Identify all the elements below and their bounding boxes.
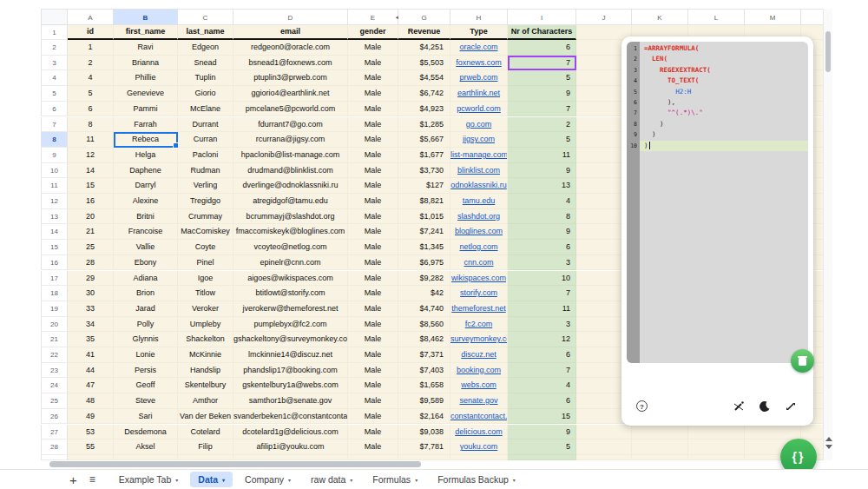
cell[interactable]: McElane [178, 102, 233, 117]
cell[interactable]: 7 [508, 102, 576, 117]
header-cell-gender[interactable]: gender [348, 25, 398, 40]
cell[interactable]: 6 [508, 40, 576, 56]
cell[interactable]: $42 [398, 286, 450, 301]
row-header-17[interactable]: 17 [41, 271, 68, 287]
sheet-tab-data[interactable]: Data▾ [190, 472, 233, 487]
formula-line-9[interactable]: ) [640, 129, 808, 140]
row-header-18[interactable]: 18 [41, 286, 68, 301]
cell[interactable]: gskentelbury1a@webs.com [233, 378, 348, 393]
cell[interactable]: Lonie [114, 347, 178, 363]
cell[interactable]: blinklist.com [450, 163, 508, 179]
row-header-11[interactable]: 11 [41, 178, 68, 194]
row-header-22[interactable]: 22 [41, 347, 68, 363]
cell[interactable]: ptuplin3@prweb.com [233, 70, 348, 86]
cell[interactable]: Male [348, 56, 398, 71]
cell[interactable]: delicious.com [450, 425, 508, 440]
cell[interactable]: 15 [508, 409, 576, 425]
cell[interactable]: $7,781 [398, 439, 450, 455]
cell[interactable]: 28 [68, 255, 114, 271]
cell[interactable]: 7 [508, 363, 576, 379]
cell[interactable]: Male [348, 178, 398, 194]
all-sheets-menu-icon[interactable]: ≡ [89, 473, 95, 486]
cell[interactable]: 44 [68, 363, 114, 379]
cell[interactable]: Umpleby [178, 317, 233, 333]
cell[interactable]: go.com [450, 117, 508, 133]
cell[interactable]: Shackelton [178, 332, 233, 347]
cell[interactable]: Glynnis [114, 332, 178, 347]
empty-cell[interactable] [632, 439, 688, 455]
cell[interactable]: fmaccomiskeyk@bloglines.com [233, 224, 348, 240]
cell[interactable]: MacComiskey [178, 224, 233, 240]
cell[interactable]: $1,658 [398, 378, 450, 393]
cell[interactable]: dcotelard1g@delicious.com [233, 425, 348, 440]
cell[interactable]: Giorio [178, 86, 233, 102]
cell[interactable]: Edgeon [178, 40, 233, 56]
cell[interactable]: booking.com [450, 363, 508, 379]
cell[interactable]: 53 [68, 425, 114, 440]
empty-cell[interactable] [576, 439, 632, 455]
cell[interactable]: 25 [68, 240, 114, 255]
cell[interactable]: 6 [508, 393, 576, 409]
cell[interactable]: 1 [68, 40, 114, 56]
cell[interactable]: bcrummayj@slashdot.org [233, 209, 348, 225]
header-cell-last_name[interactable]: last_name [178, 25, 233, 40]
expand-icon[interactable] [785, 400, 797, 413]
cell[interactable]: $4,251 [398, 40, 450, 56]
column-header-I[interactable]: I [508, 9, 576, 25]
row-header-23[interactable]: 23 [41, 363, 68, 379]
row-header-28[interactable]: 28 [41, 439, 68, 455]
empty-cell[interactable] [576, 425, 632, 440]
row-header-16[interactable]: 16 [41, 255, 68, 271]
cell[interactable]: 41 [68, 347, 114, 363]
cell[interactable]: Skentelbury [178, 378, 233, 393]
column-header-G[interactable]: G [398, 9, 450, 25]
cell[interactable]: Verling [178, 178, 233, 194]
cell[interactable]: $1,345 [398, 240, 450, 255]
cell[interactable]: Male [348, 425, 398, 440]
cell[interactable]: Igoe [178, 271, 233, 287]
cell[interactable]: Male [348, 271, 398, 287]
row-header-2[interactable]: 2 [41, 40, 68, 56]
row-header-7[interactable]: 7 [41, 117, 68, 133]
cell[interactable]: hpaclonib@list-manage.com [233, 148, 348, 163]
column-header-partial[interactable] [801, 9, 824, 25]
cell[interactable]: lmckinnie14@discuz.net [233, 347, 348, 363]
cell[interactable]: 21 [68, 224, 114, 240]
cell[interactable]: 2 [508, 117, 576, 133]
cell[interactable]: $127 [398, 178, 450, 194]
cell[interactable]: $5,503 [398, 56, 450, 71]
cell[interactable]: 8 [68, 117, 114, 133]
cell[interactable]: 16 [68, 194, 114, 209]
cell[interactable]: Darryl [114, 178, 178, 194]
formula-line-5[interactable]: H2:H [640, 87, 808, 97]
cell[interactable]: Coyte [178, 240, 233, 255]
cell[interactable]: Male [348, 255, 398, 271]
cell[interactable]: earthlink.net [450, 86, 508, 102]
cell[interactable]: samthor1b@senate.gov [233, 393, 348, 409]
cell[interactable]: fc2.com [450, 317, 508, 333]
formula-line-10[interactable]: ) [640, 141, 808, 151]
cell[interactable]: Male [348, 332, 398, 347]
vertical-scrollbar[interactable] [823, 9, 832, 460]
cell[interactable]: 5 [68, 86, 114, 102]
cell[interactable]: Phillie [114, 70, 178, 86]
cell[interactable]: $8,462 [398, 332, 450, 347]
cell[interactable]: $6,742 [398, 86, 450, 102]
cell[interactable]: Helga [114, 148, 178, 163]
empty-cell[interactable] [801, 425, 824, 440]
cell[interactable]: $6,975 [398, 255, 450, 271]
horizontal-scrollbar-thumb[interactable] [49, 461, 421, 467]
cell[interactable]: surveymonkey.com [450, 332, 508, 347]
cell[interactable]: 6 [68, 102, 114, 117]
cell[interactable]: 7 [508, 286, 576, 301]
cell[interactable]: 11 [508, 148, 576, 163]
cell[interactable]: vcoyteo@netlog.com [233, 240, 348, 255]
cell[interactable]: $4,554 [398, 70, 450, 86]
row-header-21[interactable]: 21 [41, 332, 68, 347]
cell[interactable]: jverokerw@themeforest.net [233, 301, 348, 317]
cell[interactable]: Male [348, 148, 398, 163]
cell[interactable]: discuz.net [450, 347, 508, 363]
tab-dropdown-arrow-icon[interactable]: ▾ [513, 477, 516, 483]
cell[interactable]: $4,923 [398, 102, 450, 117]
cell[interactable]: Male [348, 363, 398, 379]
